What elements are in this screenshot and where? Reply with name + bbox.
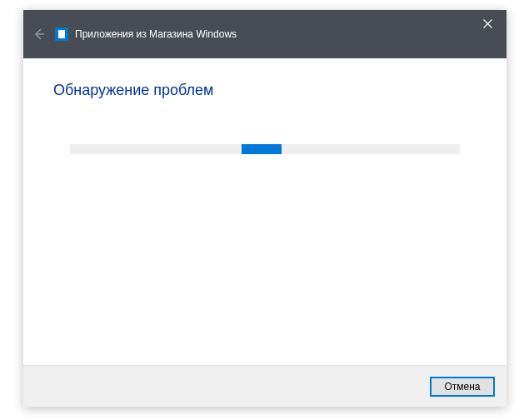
content-area: Обнаружение проблем — [23, 58, 507, 365]
troubleshooter-window: Приложения из Магазина Windows Обнаружен… — [23, 10, 507, 407]
back-button — [23, 10, 55, 58]
progress-indicator — [242, 144, 282, 154]
window-title: Приложения из Магазина Windows — [75, 28, 237, 40]
progress-bar — [70, 144, 460, 154]
close-button[interactable] — [468, 10, 507, 37]
footer: Отмена — [23, 365, 507, 407]
arrow-left-icon — [32, 28, 46, 41]
store-icon — [55, 28, 68, 41]
status-heading: Обнаружение проблем — [53, 82, 477, 99]
titlebar: Приложения из Магазина Windows — [23, 10, 507, 58]
close-icon — [483, 19, 492, 28]
cancel-button[interactable]: Отмена — [430, 377, 495, 397]
